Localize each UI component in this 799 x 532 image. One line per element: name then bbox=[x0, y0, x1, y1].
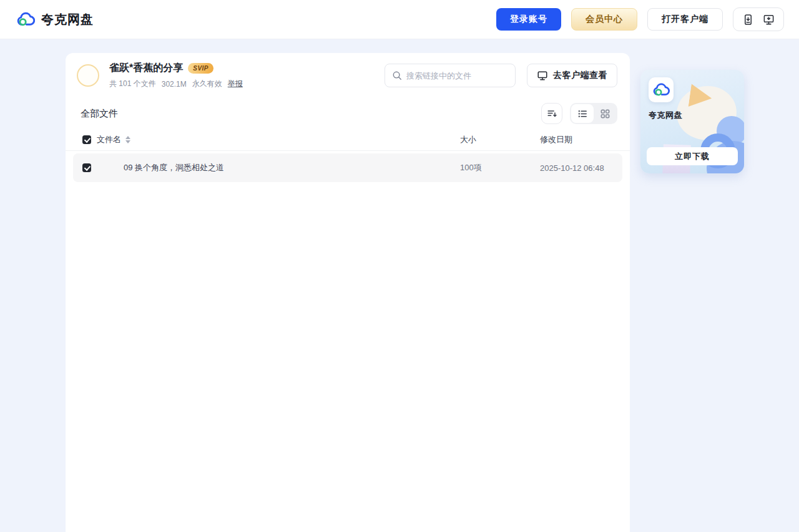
login-button[interactable]: 登录账号 bbox=[496, 8, 561, 31]
view-in-client-button[interactable]: 去客户端查看 bbox=[527, 64, 617, 87]
open-client-button[interactable]: 打开客户端 bbox=[647, 8, 723, 31]
brand-name: 夸克网盘 bbox=[41, 11, 94, 28]
report-link[interactable]: 举报 bbox=[228, 79, 243, 89]
select-all-checkbox[interactable] bbox=[82, 135, 91, 144]
sort-carets-icon bbox=[125, 136, 130, 143]
promo-app-name: 夸克网盘 bbox=[649, 110, 682, 121]
list-view-button[interactable] bbox=[571, 104, 594, 123]
brand: 夸克网盘 bbox=[16, 11, 94, 28]
share-actions: 去客户端查看 bbox=[385, 64, 617, 87]
quark-app-icon bbox=[649, 77, 674, 102]
share-file-count: 共 101 个文件 bbox=[109, 79, 156, 89]
row-checkbox[interactable] bbox=[82, 163, 91, 172]
grid-view-icon bbox=[600, 109, 610, 119]
column-header-modified: 修改日期 bbox=[540, 134, 617, 145]
share-file-panel: 雀跃*香蕉的分享 SVIP 共 101 个文件 302.1M 永久有效 举报 bbox=[66, 53, 630, 532]
view-in-client-label: 去客户端查看 bbox=[553, 70, 607, 81]
share-validity: 永久有效 bbox=[192, 79, 222, 89]
search-icon bbox=[392, 70, 402, 80]
sort-order-button[interactable] bbox=[541, 103, 562, 124]
file-name[interactable]: 09 换个角度，洞悉相处之道 bbox=[124, 162, 460, 173]
monitor-icon bbox=[537, 70, 548, 81]
quark-logo-icon bbox=[16, 11, 35, 28]
share-meta: 共 101 个文件 302.1M 永久有效 举报 bbox=[109, 79, 243, 89]
file-modified-date: 2025-10-12 06:48 bbox=[540, 163, 617, 173]
app-download-card[interactable]: 夸克网盘 立即下载 bbox=[640, 70, 744, 173]
topbar-actions: 登录账号 会员中心 打开客户端 bbox=[496, 7, 784, 31]
sort-icon bbox=[546, 108, 557, 119]
svip-badge: SVIP bbox=[188, 63, 213, 74]
search-box[interactable] bbox=[385, 64, 516, 87]
file-table-header: 文件名 大小 修改日期 bbox=[66, 129, 630, 151]
top-header: 夸克网盘 登录账号 会员中心 打开客户端 bbox=[0, 0, 799, 39]
share-header: 雀跃*香蕉的分享 SVIP 共 101 个文件 302.1M 永久有效 举报 bbox=[66, 53, 630, 95]
desktop-download-icon[interactable] bbox=[763, 14, 775, 26]
page-content: 雀跃*香蕉的分享 SVIP 共 101 个文件 302.1M 永久有效 举报 bbox=[0, 39, 799, 532]
file-section-bar: 全部文件 bbox=[66, 95, 630, 129]
file-size: 100项 bbox=[460, 162, 540, 173]
grid-view-button[interactable] bbox=[594, 104, 616, 123]
download-now-button[interactable]: 立即下载 bbox=[647, 147, 738, 165]
column-header-size: 大小 bbox=[460, 134, 540, 145]
view-controls bbox=[541, 103, 617, 124]
phone-download-icon[interactable] bbox=[742, 14, 754, 26]
share-total-size: 302.1M bbox=[162, 80, 187, 89]
member-center-button[interactable]: 会员中心 bbox=[571, 8, 637, 31]
file-row[interactable]: 09 换个角度，洞悉相处之道 100项 2025-10-12 06:48 bbox=[73, 153, 622, 182]
section-title: 全部文件 bbox=[81, 108, 118, 120]
column-header-name[interactable]: 文件名 bbox=[97, 134, 460, 145]
view-mode-toggle bbox=[570, 103, 617, 124]
share-title: 雀跃*香蕉的分享 bbox=[109, 62, 183, 75]
file-icon-placeholder bbox=[99, 157, 121, 179]
search-input[interactable] bbox=[406, 71, 508, 80]
share-info: 雀跃*香蕉的分享 SVIP 共 101 个文件 302.1M 永久有效 举报 bbox=[109, 62, 243, 89]
download-apps-button-group[interactable] bbox=[733, 7, 784, 31]
avatar bbox=[77, 64, 99, 87]
list-view-icon bbox=[577, 109, 588, 119]
